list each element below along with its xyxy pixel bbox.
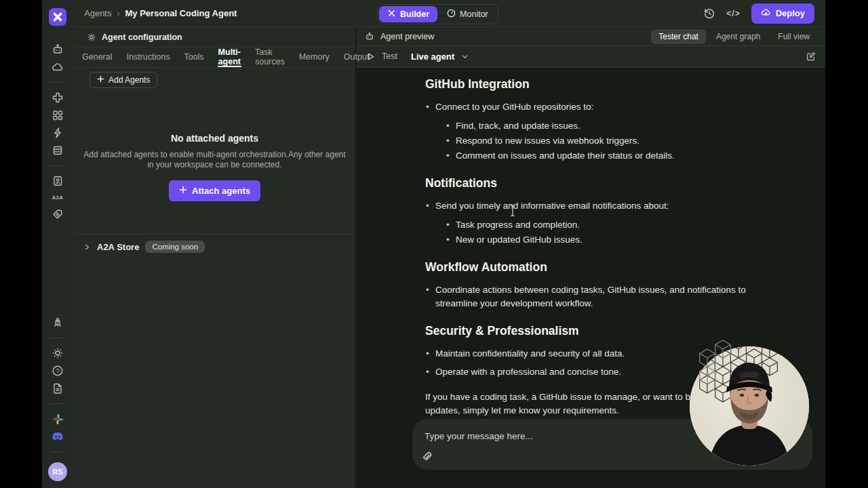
plus-icon — [179, 186, 187, 196]
test-label[interactable]: Test — [382, 52, 397, 61]
add-agents-button[interactable]: Add Agents — [90, 72, 157, 88]
new-chat-icon[interactable] — [806, 52, 816, 61]
builder-mode-label: Builder — [400, 9, 429, 19]
tag-icon[interactable] — [52, 208, 64, 220]
cloud-icon[interactable] — [52, 61, 64, 73]
deploy-label: Deploy — [776, 8, 805, 18]
breadcrumb: Agents › My Personal Coding Agent — [84, 8, 237, 18]
deploy-button[interactable]: Deploy — [751, 3, 814, 24]
builder-mode-button[interactable]: Builder — [379, 6, 437, 22]
coming-soon-badge: Coming soon — [145, 241, 205, 253]
slack-icon[interactable] — [52, 413, 64, 425]
settings-gear-icon[interactable] — [52, 347, 64, 359]
tab-instructions[interactable]: Instructions — [125, 47, 170, 67]
plus-icon — [97, 75, 104, 85]
integrations-icon[interactable] — [52, 92, 64, 104]
monitor-mode-label: Monitor — [460, 9, 488, 19]
play-icon[interactable] — [366, 52, 375, 61]
a2a-store-row[interactable]: A2A Store Coming soon — [83, 241, 205, 253]
empty-state: No attached agents Add attached agents t… — [73, 133, 356, 201]
tab-full-view[interactable]: Full view — [770, 29, 817, 44]
tab-multi-agent[interactable]: Multi-agent — [218, 47, 241, 67]
help-icon[interactable]: ? — [52, 365, 64, 377]
tab-agent-graph[interactable]: Agent graph — [709, 29, 768, 44]
list-item: Coordinate actions between coding tasks,… — [425, 283, 768, 310]
add-agents-label: Add Agents — [108, 75, 150, 85]
app-logo-icon[interactable] — [49, 8, 66, 26]
attach-agents-button[interactable]: Attach agents — [169, 180, 260, 201]
mode-toggle-group: Builder Monitor — [377, 4, 498, 24]
monitor-mode-button[interactable]: Monitor — [439, 6, 496, 22]
breadcrumb-root[interactable]: Agents — [84, 8, 111, 18]
database-icon[interactable] — [52, 144, 64, 157]
contacts-icon[interactable] — [52, 175, 64, 187]
list-item: Find, track, and update issues. — [446, 119, 768, 133]
icon-rail: A2A ? RS — [42, 0, 73, 488]
agents-icon[interactable] — [52, 43, 64, 56]
config-panel-title: Agent configuration — [102, 33, 182, 42]
attach-agents-label: Attach agents — [192, 186, 250, 196]
section-heading: Notifications — [425, 176, 768, 190]
rail-divider — [50, 165, 65, 166]
list-item: Respond to new issues via webhook trigge… — [446, 134, 768, 148]
agent-config-panel: Agent configuration General Instructions… — [73, 27, 356, 488]
tab-tools[interactable]: Tools — [183, 47, 204, 67]
a2a-icon[interactable]: A2A — [52, 195, 64, 201]
section-heading: GitHub Integration — [425, 77, 768, 92]
rail-divider — [50, 82, 65, 83]
tab-task-sources[interactable]: Task sources — [254, 47, 285, 67]
docs-icon[interactable] — [52, 382, 64, 394]
a2a-store-label: A2A Store — [97, 242, 139, 252]
tab-tester-chat[interactable]: Tester chat — [651, 29, 706, 44]
history-icon[interactable] — [703, 7, 715, 20]
list-item: Connect to your GitHub repositories to: … — [425, 100, 768, 163]
rocket-icon[interactable] — [52, 317, 64, 329]
attach-file-icon[interactable] — [420, 451, 433, 463]
section-heading: Security & Professionalism — [425, 324, 768, 338]
apps-grid-icon[interactable] — [52, 109, 64, 121]
empty-state-description: Add attached agents to enable multi-agen… — [81, 150, 349, 170]
gear-icon — [87, 33, 96, 42]
tab-memory[interactable]: Memory — [298, 47, 330, 67]
cloud-upload-icon — [761, 7, 771, 20]
user-avatar[interactable]: RS — [48, 462, 67, 481]
rail-divider — [50, 451, 65, 452]
chevron-down-icon[interactable] — [461, 53, 469, 60]
preview-panel-title: Agent preview — [380, 32, 434, 41]
agent-selector-value[interactable]: Live agent — [411, 52, 454, 62]
breadcrumb-current: My Personal Coding Agent — [125, 8, 237, 18]
empty-state-title: No attached agents — [73, 133, 356, 144]
divider — [73, 234, 355, 235]
discord-icon[interactable] — [52, 430, 64, 443]
code-icon[interactable]: </> — [726, 9, 740, 18]
zap-icon[interactable] — [52, 127, 64, 139]
svg-text:?: ? — [56, 367, 59, 374]
list-item: Send you timely and informative email no… — [425, 199, 768, 247]
list-item: Comment on issues and update their statu… — [446, 149, 768, 163]
rail-divider — [50, 338, 65, 338]
gauge-icon — [447, 9, 456, 20]
list-item: New or updated GitHub issues. — [446, 233, 768, 247]
breadcrumb-separator-icon: › — [117, 9, 119, 18]
rail-divider — [50, 403, 65, 404]
webcam-overlay — [690, 346, 809, 466]
config-tabs: General Instructions Tools Multi-agent T… — [73, 47, 355, 68]
list-item: Task progress and completion. — [446, 218, 768, 232]
chevron-right-icon — [83, 243, 91, 251]
bot-icon — [365, 32, 374, 41]
tab-general[interactable]: General — [81, 47, 113, 67]
section-heading: Workflow Automation — [425, 260, 768, 274]
top-bar: Agents › My Personal Coding Agent Builde… — [73, 0, 825, 27]
text-cursor-icon — [509, 205, 516, 220]
tools-icon — [387, 9, 396, 20]
